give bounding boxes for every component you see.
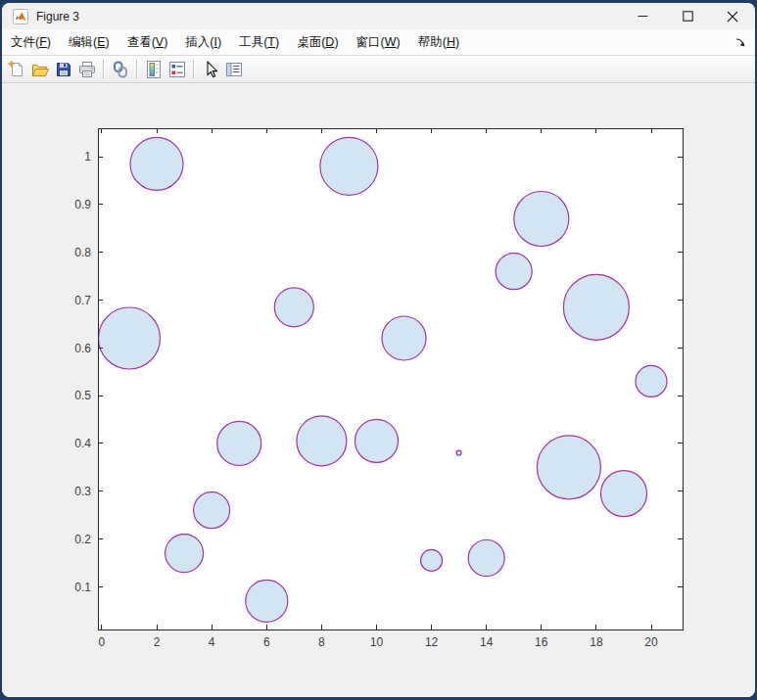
- edit-plot-arrow-button[interactable]: [199, 58, 222, 81]
- open-folder-button[interactable]: [28, 58, 52, 81]
- figure-canvas: 024681012141618200.10.20.30.40.50.60.70.…: [2, 83, 755, 697]
- dock-figure-button[interactable]: [733, 34, 748, 50]
- menu-item-desktop[interactable]: 桌面(D): [288, 30, 347, 55]
- maximize-button[interactable]: [665, 3, 710, 29]
- x-tick-label: 18: [590, 635, 603, 649]
- y-tick-label: 0.9: [74, 198, 91, 211]
- bubble-chart: 024681012141618200.10.20.30.40.50.60.70.…: [2, 83, 755, 697]
- x-tick-label: 12: [425, 635, 439, 649]
- x-tick-label: 8: [318, 635, 325, 649]
- print-icon: [77, 60, 97, 79]
- bubble-marker: [636, 365, 667, 397]
- bubble-marker: [601, 471, 647, 517]
- menu-item-tools[interactable]: 工具(T): [230, 30, 288, 55]
- bubble-marker: [99, 307, 161, 369]
- bubble-marker: [421, 549, 443, 571]
- minimize-button[interactable]: [620, 3, 665, 29]
- y-tick-label: 0.1: [74, 581, 91, 594]
- new-document-icon: [7, 60, 26, 79]
- toolbar-separator: [193, 60, 195, 79]
- new-document-button[interactable]: [5, 58, 28, 81]
- edit-plot-arrow-icon: [201, 60, 220, 79]
- save-icon: [54, 60, 73, 79]
- insert-colorbar-button[interactable]: [142, 58, 166, 81]
- window-controls: [620, 3, 755, 29]
- menu-item-help[interactable]: 帮助(H): [409, 30, 468, 55]
- toolbar-separator: [136, 60, 138, 79]
- x-tick-label: 16: [535, 635, 548, 649]
- y-tick-label: 0.2: [74, 533, 91, 546]
- y-tick-label: 0.6: [74, 342, 91, 355]
- insert-legend-button[interactable]: [166, 58, 189, 81]
- menu-item-edit[interactable]: 编辑(E): [60, 30, 118, 55]
- property-inspector-icon: [224, 60, 244, 79]
- bubble-marker: [514, 192, 569, 247]
- maximize-icon: [683, 11, 693, 22]
- bubble-marker: [297, 416, 347, 466]
- bubble-marker: [496, 254, 532, 290]
- close-icon: [727, 11, 738, 23]
- y-tick-label: 0.8: [74, 246, 91, 259]
- minimize-icon: [638, 11, 648, 22]
- menu-item-view[interactable]: 查看(V): [118, 30, 177, 55]
- bubble-marker: [355, 419, 399, 462]
- bubble-marker: [537, 436, 600, 499]
- title-bar: Figure 3: [2, 3, 755, 29]
- insert-legend-icon: [167, 60, 187, 79]
- toolbar-separator: [103, 60, 105, 79]
- save-button[interactable]: [52, 58, 75, 81]
- insert-colorbar-icon: [144, 60, 164, 79]
- y-tick-label: 0.7: [74, 294, 91, 307]
- x-tick-label: 2: [154, 635, 161, 649]
- x-tick-label: 14: [480, 635, 494, 649]
- bubble-marker: [274, 288, 313, 327]
- bubble-marker: [382, 316, 426, 360]
- bubble-marker: [320, 137, 378, 195]
- menu-item-insert[interactable]: 插入(I): [176, 30, 230, 55]
- y-tick-label: 0.4: [74, 437, 91, 450]
- close-button[interactable]: [710, 3, 755, 29]
- y-tick-label: 0.3: [74, 485, 91, 498]
- print-button[interactable]: [75, 58, 99, 81]
- x-tick-label: 0: [99, 635, 106, 649]
- menu-item-window[interactable]: 窗口(W): [348, 30, 409, 55]
- link-plot-button[interactable]: [109, 58, 132, 81]
- bubble-marker: [130, 137, 183, 190]
- bubble-marker: [456, 450, 461, 455]
- menu-item-file[interactable]: 文件(F): [2, 30, 60, 55]
- bubble-marker: [246, 580, 288, 622]
- figure-window: Figure 3 文件(F)编辑(E)查看(V)插入(I)工具(T)桌面(D)窗…: [2, 3, 755, 697]
- dock-arrow-icon: [734, 36, 747, 49]
- x-tick-label: 6: [263, 635, 270, 649]
- x-tick-label: 4: [209, 635, 215, 649]
- y-tick-label: 0.5: [74, 389, 91, 402]
- y-tick-label: 1: [84, 150, 91, 163]
- bubble-marker: [194, 492, 230, 529]
- x-tick-label: 20: [644, 635, 658, 649]
- bubble-marker: [563, 274, 629, 340]
- menu-bar: 文件(F)编辑(E)查看(V)插入(I)工具(T)桌面(D)窗口(W)帮助(H): [2, 29, 755, 56]
- window-title: Figure 3: [36, 10, 79, 23]
- x-tick-label: 10: [370, 635, 384, 649]
- property-inspector-button[interactable]: [222, 58, 246, 81]
- bubble-marker: [217, 421, 261, 465]
- matlab-logo-icon: [13, 9, 28, 24]
- toolbar: [2, 56, 755, 83]
- open-folder-icon: [30, 60, 50, 79]
- bubble-marker: [468, 540, 504, 577]
- link-plot-icon: [111, 60, 130, 79]
- bubble-marker: [166, 535, 204, 573]
